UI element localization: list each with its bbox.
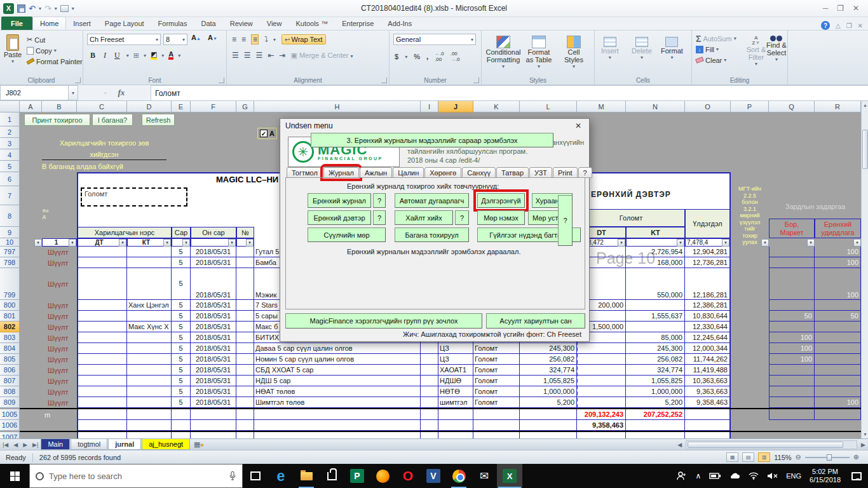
cell-a[interactable] (20, 365, 42, 376)
cell-r-split[interactable] (815, 354, 861, 365)
cell-date[interactable]: 2018/05/31 (191, 247, 236, 257)
name-box-dropdown[interactable]: ▾ (69, 85, 78, 100)
row-header[interactable]: 1 (0, 112, 20, 126)
cell-month[interactable]: 5 (172, 247, 191, 257)
dialog-tab[interactable]: Хөрөнгө (424, 167, 461, 178)
align-bottom-icon[interactable]: ≡ (251, 34, 259, 44)
cell-q-split[interactable]: 100 (769, 332, 815, 343)
format-cells-button[interactable]: Format▾ (661, 37, 683, 60)
cell-date[interactable]: 2018/05/31 (191, 268, 236, 300)
cell-balance[interactable]: 10,363,663 (685, 376, 731, 386)
cell[interactable] (191, 432, 236, 438)
cell-amount[interactable]: 1,055,825 (520, 376, 577, 386)
cell-balance[interactable]: 9,363,663 (685, 386, 731, 397)
ribbon-tab[interactable]: Enterprise (335, 17, 381, 30)
cell[interactable] (42, 432, 77, 438)
search-button[interactable]: Хайлт хийх (395, 210, 453, 225)
cell-no[interactable] (236, 300, 254, 311)
cell-date[interactable]: 2018/05/31 (191, 257, 236, 268)
workbook-close-icon[interactable]: ✕ (858, 22, 863, 29)
cell-dt[interactable] (77, 311, 127, 322)
undo-icon[interactable]: ↶ (29, 4, 36, 13)
cell-q-split[interactable] (769, 300, 815, 311)
fill-color-icon[interactable]: ◩ (151, 51, 157, 60)
cell-date[interactable]: 2018/05/31 (191, 386, 236, 397)
cell-balance[interactable]: 10,830,644 (685, 311, 731, 322)
row-header[interactable]: 2 (0, 126, 20, 138)
filter-f[interactable]: ▾ (191, 238, 236, 247)
column-header[interactable]: P (731, 101, 769, 112)
cell-r-split[interactable] (815, 386, 861, 397)
row-header[interactable]: 799 (0, 268, 20, 300)
cell-credit[interactable]: 1,555,637 (626, 311, 685, 322)
mail-button[interactable]: ✉ (471, 464, 497, 488)
cell-no[interactable] (236, 247, 254, 257)
last-sheet-icon[interactable]: ▶| (30, 442, 41, 448)
cell-kt[interactable] (127, 376, 172, 386)
row-header[interactable]: 798 (0, 257, 20, 268)
cell-filter-flag[interactable]: Шүүлт (42, 247, 77, 257)
cell-kt[interactable] (127, 247, 172, 257)
close-button[interactable]: ✕ (853, 4, 859, 13)
filter-dt[interactable]: ДТ▾ (77, 238, 127, 247)
dialog-tab[interactable]: Тогтмол (287, 167, 323, 178)
column-header[interactable]: M (577, 101, 626, 112)
hscroll-thumb[interactable] (688, 442, 843, 448)
chrome-button[interactable] (446, 464, 471, 488)
row-header[interactable]: 5 (0, 161, 20, 172)
cell-i[interactable] (421, 397, 438, 408)
cell-dt[interactable] (77, 386, 127, 397)
cell[interactable] (421, 420, 438, 431)
cell[interactable] (438, 409, 473, 420)
cell-month[interactable]: 5 (172, 386, 191, 397)
cell-month[interactable]: 5 (172, 365, 191, 376)
cell[interactable] (172, 432, 191, 438)
tray-expand-icon[interactable]: ∧ (695, 471, 701, 480)
filter-o[interactable]: 7,478,4▾ (685, 238, 731, 247)
font-size-combo[interactable]: 8▾ (163, 34, 187, 45)
cell-credit[interactable]: 256,082 (626, 354, 685, 365)
cell[interactable] (520, 420, 577, 431)
font-name-combo[interactable]: Ch Freeset▾ (87, 34, 161, 45)
cell-q-split[interactable] (769, 376, 815, 386)
scroll-down-icon[interactable]: ▼ (862, 430, 868, 438)
cell[interactable] (254, 432, 421, 438)
cell-r-split[interactable]: 100 (815, 397, 861, 408)
borders-icon[interactable]: ⊞ (133, 51, 139, 60)
column-header[interactable]: O (685, 101, 731, 112)
zoom-slider[interactable] (805, 457, 850, 458)
cell-description[interactable]: НӨАТ төлөв (254, 386, 421, 397)
filter-a[interactable]: ▾ (20, 238, 42, 247)
dialog-tab[interactable]: Ажлын (360, 167, 392, 178)
underline-button[interactable]: U (112, 51, 122, 60)
save-icon[interactable] (17, 4, 25, 13)
filter-e[interactable]: ▾ (172, 238, 191, 247)
cell-credit[interactable] (626, 300, 685, 311)
cell-r-split[interactable] (815, 343, 861, 354)
cell-kt[interactable] (127, 354, 172, 365)
microphone-icon[interactable] (229, 471, 236, 481)
cell-q-split[interactable] (769, 397, 815, 408)
cell-kt[interactable]: Ханх Цэнгэл (127, 300, 172, 311)
header-no[interactable]: № (236, 227, 254, 238)
cell[interactable] (191, 409, 236, 420)
cell-amount[interactable]: 1,000,000 (520, 386, 577, 397)
find-select-button[interactable]: Find &Select▾ (766, 36, 787, 62)
cell[interactable] (815, 409, 861, 420)
cell-q-split[interactable]: 100 (769, 343, 815, 354)
sheet-tab[interactable]: jurnal (108, 439, 141, 450)
cell-filter-flag[interactable]: Шүүлт (42, 386, 77, 397)
row-header[interactable]: 808 (0, 386, 20, 397)
cell-kt[interactable] (127, 268, 172, 300)
cell-q-split[interactable] (769, 268, 815, 300)
cell-a[interactable] (20, 354, 42, 365)
cell-q-split[interactable] (769, 365, 815, 376)
cell[interactable] (77, 409, 127, 420)
cell-no[interactable] (236, 376, 254, 386)
column-header[interactable]: G (236, 101, 254, 112)
cell-no[interactable] (236, 386, 254, 397)
header-sar[interactable]: Сар (172, 227, 191, 238)
row-header[interactable]: 1006 (0, 420, 20, 431)
maximize-button[interactable]: ❐ (837, 4, 844, 13)
cell-q-split[interactable] (769, 257, 815, 268)
